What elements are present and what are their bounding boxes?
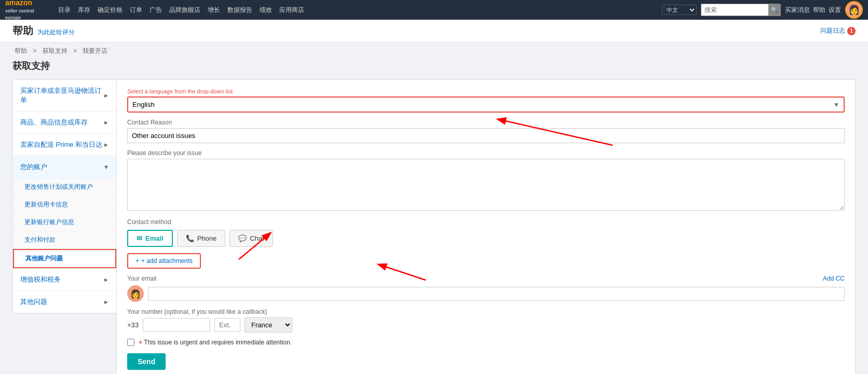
language-dropdown[interactable]: English Deutsch Français	[128, 98, 833, 112]
top-nav-right: 中文 English 🔍 买家消息 帮助 设置 👩	[662, 1, 863, 19]
nav-links: 买家消息 帮助 设置	[785, 6, 841, 15]
urgent-text: + This issue is urgent and requires imme…	[139, 339, 292, 346]
rate-link[interactable]: 为此处给评分	[37, 28, 75, 37]
menu-orders[interactable]: 订单	[130, 6, 142, 15]
menu-growth[interactable]: 增长	[208, 6, 220, 15]
breadcrumb-support[interactable]: 获取支持	[43, 47, 67, 54]
account-submenu: 更改销售计划或关闭账户 更新信用卡信息 更新银行账户信息 支付和付款 其他账户问…	[13, 178, 116, 269]
sub-item-change-plan[interactable]: 更改销售计划或关闭账户	[13, 178, 116, 196]
breadcrumb-sep-1: >	[33, 47, 38, 54]
describe-label: Please describe your issue	[127, 149, 845, 157]
email-row: Your email Add CC	[127, 275, 845, 282]
contact-reason-input[interactable]	[127, 128, 845, 143]
contact-reason-group: Contact Reason	[127, 119, 845, 143]
menu-apps[interactable]: 应用商店	[279, 6, 304, 15]
buyer-messages-link[interactable]: 买家消息	[785, 6, 810, 15]
menu-brand-store[interactable]: 品牌旗舰店	[169, 6, 200, 15]
menu-item-buyer-orders-label: 买家订单或非亚马逊物流订单	[20, 86, 103, 105]
method-email-button[interactable]: ✉ Email	[127, 230, 173, 247]
chevron-right-icon-4: ►	[103, 276, 109, 283]
left-panel: 买家订单或非亚马逊物流订单 ► 商品、商品信息或库存 ► 卖家自配送 Prime…	[12, 79, 116, 314]
menu-inventory[interactable]: 库存	[78, 6, 90, 15]
describe-textarea[interactable]	[127, 159, 845, 211]
search-button[interactable]: 🔍	[768, 4, 781, 16]
plus-icon: +	[135, 257, 139, 265]
phone-icon: 📞	[186, 234, 194, 242]
contact-method-group: Contact method ✉ Email 📞 Phone 💬 Chat	[127, 218, 845, 247]
chat-button-label: Chat	[250, 234, 264, 242]
europe-label: europe	[5, 15, 21, 20]
phone-group: Your number (optional, if you would like…	[127, 308, 845, 333]
logo: amazon seller central europe	[5, 0, 47, 21]
sub-item-payment[interactable]: 支付和付款	[13, 231, 116, 249]
add-attachments-button[interactable]: + + add attachments	[127, 253, 201, 269]
language-selector[interactable]: 中文 English	[662, 5, 697, 15]
menu-reports[interactable]: 数据报告	[227, 6, 252, 15]
breadcrumb-sep-2: >	[73, 47, 78, 54]
menu-item-vat[interactable]: 增值税和税务 ►	[13, 269, 116, 291]
menu-item-prime-label: 卖家自配送 Prime 和当日达	[20, 140, 102, 149]
amazon-logo-text: amazon	[5, 0, 32, 7]
menu-ads[interactable]: 广告	[150, 6, 162, 15]
menu-pricing[interactable]: 确定价格	[98, 6, 123, 15]
breadcrumb-open-store[interactable]: 我要开店	[83, 47, 107, 54]
chat-icon: 💬	[238, 234, 247, 242]
menu-item-other[interactable]: 其他问题 ►	[13, 291, 116, 313]
menu-item-account[interactable]: 您的账户 ▼	[13, 156, 116, 178]
breadcrumb-help[interactable]: 帮助	[15, 47, 27, 54]
phone-label: Your number (optional, if you would like…	[127, 308, 845, 315]
attachment-label: + add attachments	[141, 257, 193, 265]
chevron-right-icon-5: ►	[103, 299, 109, 305]
user-avatar[interactable]: 👩	[845, 1, 863, 19]
right-panel: Select a language from the drop-down lis…	[116, 79, 856, 374]
country-selector[interactable]: France Germany UK Spain	[245, 317, 292, 333]
menu-performance[interactable]: 绩效	[260, 6, 272, 15]
sub-item-update-bank[interactable]: 更新银行账户信息	[13, 214, 116, 231]
help-link[interactable]: 帮助	[813, 6, 825, 15]
phone-button-label: Phone	[197, 234, 217, 242]
sub-item-other-account[interactable]: 其他账户问题	[13, 249, 116, 268]
menu-item-products-label: 商品、商品信息或库存	[20, 118, 88, 127]
language-label: Select a language from the drop-down lis…	[127, 88, 845, 94]
email-group: Your email Add CC 👩	[127, 275, 845, 302]
menu-item-products[interactable]: 商品、商品信息或库存 ►	[13, 112, 116, 134]
sub-item-update-cc[interactable]: 更新信用卡信息	[13, 196, 116, 214]
search-bar: 🔍	[701, 4, 781, 16]
urgent-label-text: This issue is urgent and requires immedi…	[144, 339, 292, 346]
search-input[interactable]	[701, 4, 768, 16]
menu-item-account-label: 您的账户	[20, 162, 47, 172]
phone-input[interactable]	[143, 318, 210, 332]
add-cc-link[interactable]: Add CC	[823, 275, 845, 282]
menu-catalog[interactable]: 目录	[58, 6, 71, 15]
chevron-right-icon-2: ►	[103, 119, 109, 126]
content-layout: 买家订单或非亚马逊物流订单 ► 商品、商品信息或库存 ► 卖家自配送 Prime…	[12, 79, 856, 374]
contact-methods: ✉ Email 📞 Phone 💬 Chat	[127, 230, 845, 247]
menu-item-prime[interactable]: 卖家自配送 Prime 和当日达 ►	[13, 134, 116, 156]
top-navigation: amazon seller central europe 目录 库存 确定价格 …	[0, 0, 868, 20]
page-title: 帮助	[12, 24, 33, 38]
menu-item-other-label: 其他问题	[20, 297, 47, 307]
chevron-right-icon-3: ►	[103, 142, 109, 148]
describe-issue-group: Please describe your issue	[127, 149, 845, 212]
language-group: Select a language from the drop-down lis…	[127, 88, 845, 113]
menu-item-buyer-orders[interactable]: 买家订单或非亚马逊物流订单 ►	[13, 80, 116, 112]
header-left: 帮助 为此处给评分	[12, 24, 75, 38]
urgent-plus-icon: +	[139, 339, 142, 346]
menu-item-vat-label: 增值税和税务	[20, 275, 61, 284]
email-button-label: Email	[145, 234, 164, 242]
section-title: 获取支持	[12, 60, 856, 72]
phone-row: +33 France Germany UK Spain	[127, 317, 845, 333]
chevron-right-icon: ►	[103, 92, 109, 99]
send-button[interactable]: Send	[127, 353, 166, 370]
main-menu: 目录 库存 确定价格 订单 广告 品牌旗舰店 增长 数据报告 绩效 应用商店	[58, 6, 654, 15]
email-input[interactable]	[148, 287, 845, 301]
chevron-down-icon: ▼	[103, 164, 109, 170]
method-chat-button[interactable]: 💬 Chat	[229, 230, 273, 247]
ext-input[interactable]	[214, 318, 240, 332]
urgent-row: + This issue is urgent and requires imme…	[127, 339, 845, 346]
urgent-checkbox[interactable]	[127, 339, 134, 346]
email-avatar: 👩	[127, 285, 144, 302]
settings-link[interactable]: 设置	[829, 6, 841, 15]
method-phone-button[interactable]: 📞 Phone	[177, 230, 226, 247]
issue-log[interactable]: 问题日志 1	[820, 26, 856, 35]
